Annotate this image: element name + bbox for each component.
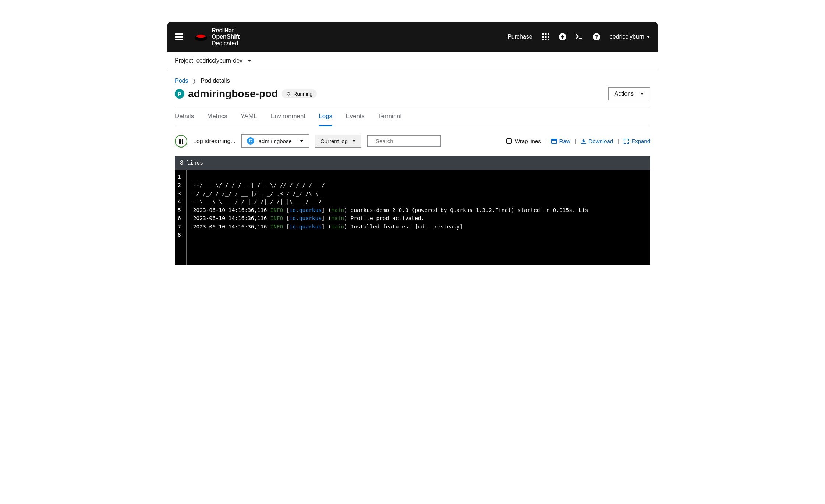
expand-icon [623,138,629,144]
resource-badge: P [175,89,184,99]
svg-rect-14 [579,38,582,39]
svg-rect-9 [545,39,546,40]
redhat-fedora-icon [194,31,208,42]
masthead: Red Hat OpenShift Dedicated Purchase ? c… [167,22,658,52]
log-line-count: 8 lines [175,156,650,170]
username-label: cedricclyburn [610,33,644,40]
brand-line-1: Red Hat [212,27,240,34]
actions-dropdown[interactable]: Actions [608,87,650,100]
app-launcher-icon[interactable] [542,33,549,40]
sync-icon [286,91,291,96]
svg-rect-8 [542,39,544,40]
log-file-select[interactable]: Current log [315,135,361,148]
line-number: 1 [178,173,181,181]
svg-rect-4 [548,33,549,35]
svg-rect-7 [548,36,549,38]
log-line: __ ____ __ _____ ___ __ ____ ______ [193,173,650,181]
container-select[interactable]: C admiringbose [241,134,309,148]
tab-logs[interactable]: Logs [319,107,332,126]
log-line: -/ /_/ / /_/ / __ |/ , _/ ,< / /_/ /\ \ [193,189,650,198]
svg-text:?: ? [595,34,598,40]
brand-logo[interactable]: Red Hat OpenShift Dedicated [194,27,507,47]
stream-status-label: Log streaming... [193,138,236,145]
download-icon [581,138,587,144]
log-line: 2023-06-10 14:16:36,116 INFO [io.quarkus… [193,223,650,231]
log-search[interactable] [367,135,441,147]
status-badge: Running [282,89,317,98]
search-input[interactable] [376,138,446,144]
actions-label: Actions [615,90,634,97]
svg-rect-2 [542,33,544,35]
page-title: admiringbose-pod [188,88,278,100]
caret-down-icon [640,93,644,95]
tab-events[interactable]: Events [346,107,365,126]
log-gutter: 12345678 [175,170,187,265]
line-number: 6 [178,214,181,222]
project-selector[interactable]: Project: cedricclyburn-dev [167,52,658,70]
user-menu[interactable]: cedricclyburn [610,33,650,40]
container-badge: C [247,137,254,145]
svg-rect-10 [548,39,549,40]
purchase-link[interactable]: Purchase [507,33,532,40]
container-name: admiringbose [259,138,292,144]
brand-line-2: OpenShift [212,33,240,40]
wrap-lines-checkbox[interactable]: Wrap lines [506,138,541,144]
chevron-right-icon: ❯ [192,78,196,84]
terminal-icon[interactable] [576,33,583,40]
tab-metrics[interactable]: Metrics [207,107,227,126]
log-toolbar: Log streaming... C admiringbose Current … [175,126,650,156]
brand-line-3: Dedicated [212,40,240,47]
log-line: 2023-06-10 14:16:36,116 INFO [io.quarkus… [193,214,650,222]
tabs: Details Metrics YAML Environment Logs Ev… [175,107,650,126]
download-link[interactable]: Download [581,138,613,144]
pause-stream-button[interactable] [175,135,187,148]
caret-down-icon [647,36,650,38]
tab-environment[interactable]: Environment [270,107,305,126]
status-text: Running [293,91,312,97]
expand-label: Expand [631,138,650,144]
tab-terminal[interactable]: Terminal [378,107,401,126]
checkbox-icon [506,138,512,144]
line-number: 8 [178,231,181,239]
line-number: 3 [178,189,181,198]
svg-rect-13 [561,36,564,38]
svg-rect-20 [552,139,557,141]
help-icon[interactable]: ? [593,33,600,40]
log-file-label: Current log [321,138,348,144]
log-line: --/ __ \/ / / / _ | / _ \/ //_/ / / / __… [193,181,650,189]
tab-details[interactable]: Details [175,107,194,126]
caret-down-icon [248,60,251,62]
line-number: 5 [178,206,181,214]
log-content[interactable]: __ ____ __ _____ ___ __ ____ ______--/ _… [187,170,650,265]
log-viewer: 8 lines 12345678 __ ____ __ _____ ___ __… [175,156,650,265]
raw-link[interactable]: Raw [551,138,570,144]
svg-rect-3 [545,33,546,35]
tab-yaml[interactable]: YAML [241,107,257,126]
add-icon[interactable] [559,33,566,40]
raw-label: Raw [559,138,570,144]
caret-down-icon [352,140,356,142]
pause-icon [179,139,183,144]
breadcrumb-root[interactable]: Pods [175,78,188,84]
wrap-lines-label: Wrap lines [515,138,541,144]
line-number: 7 [178,223,181,231]
log-line: --\___\_\____/_/ |_/_/|_/_/|_|\____/___/ [193,198,650,206]
log-line: 2023-06-10 14:16:36,116 INFO [io.quarkus… [193,206,650,214]
breadcrumb: Pods ❯ Pod details [175,70,650,87]
line-number: 2 [178,181,181,189]
line-number: 4 [178,198,181,206]
expand-link[interactable]: Expand [623,138,650,144]
window-icon [551,138,557,144]
svg-rect-6 [545,36,546,38]
breadcrumb-current: Pod details [201,78,230,84]
caret-down-icon [300,140,304,142]
project-label: Project: cedricclyburn-dev [175,57,242,64]
svg-rect-5 [542,36,544,38]
download-label: Download [589,138,613,144]
nav-toggle-button[interactable] [175,33,183,40]
